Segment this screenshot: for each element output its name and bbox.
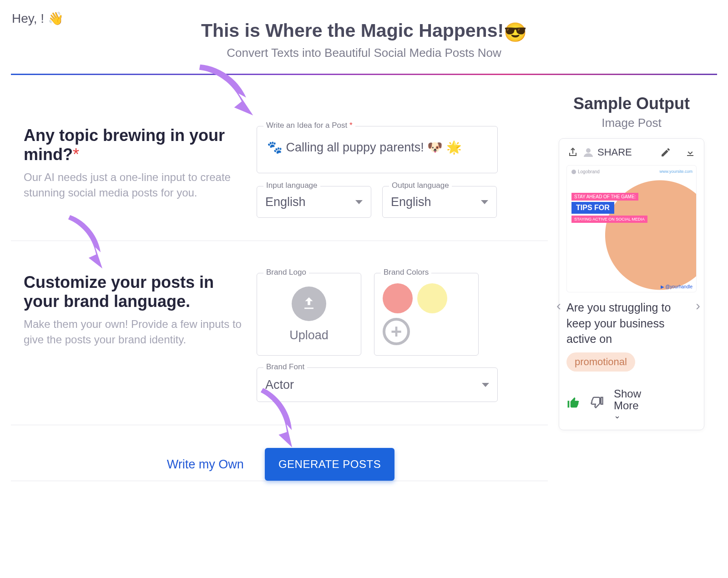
idea-input-value: 🐾 Calling all puppy parents! 🐶 🌟: [267, 141, 462, 154]
purple-arrow-icon: [189, 61, 265, 124]
upload-button-label: Upload: [289, 328, 329, 342]
thumbs-down-button[interactable]: [590, 396, 604, 412]
gradient-divider: [11, 74, 717, 75]
generate-posts-button[interactable]: GENERATE POSTS: [265, 448, 394, 481]
mock-tagline-2: TIPS FOR: [571, 202, 614, 214]
mock-logo: Logobrand: [571, 169, 600, 174]
show-more-button[interactable]: ShowMore ⌄: [614, 388, 641, 421]
sample-caption: Are you struggling to keep your business…: [566, 300, 697, 347]
edit-icon[interactable]: [659, 146, 672, 159]
upload-icon: [292, 286, 326, 321]
chevron-down-icon: [482, 383, 489, 387]
output-language-label: Output language: [389, 181, 452, 190]
brand-colors-box: Brand Colors +: [374, 273, 479, 356]
mock-url: www.yoursite.com: [659, 169, 693, 174]
add-color-button[interactable]: +: [383, 318, 410, 345]
svg-point-0: [586, 148, 591, 153]
mock-tagline-1: STAY AHEAD OF THE GAME:: [571, 193, 638, 201]
brand-colors-label: Brand Colors: [381, 268, 431, 277]
chevron-down-icon: [481, 200, 488, 204]
mock-tagline-3: STAYING ACTIVE ON SOCIAL MEDIA: [571, 216, 647, 223]
share-icon: [566, 146, 579, 159]
section2-heading: Customize your posts in your brand langu…: [24, 273, 243, 311]
input-language-label: Input language: [263, 181, 320, 190]
mock-handle: ▶ @yourhandle: [661, 284, 693, 289]
sample-post-image: Logobrand www.yoursite.com STAY AHEAD OF…: [566, 165, 697, 292]
greeting-text: Hey, ! 👋: [12, 11, 64, 26]
sample-output-subtitle: Image Post: [559, 116, 704, 130]
promotional-chip: promotional: [566, 352, 635, 372]
input-language-select[interactable]: Input language English: [257, 186, 371, 218]
sample-output-card: ‹ › SHARE: [559, 138, 704, 430]
color-swatch-1[interactable]: [383, 283, 413, 313]
download-icon[interactable]: [684, 146, 697, 159]
prev-sample-button[interactable]: ‹: [556, 298, 567, 309]
avatar-icon: [582, 146, 595, 159]
brand-font-label: Brand Font: [263, 362, 307, 372]
section1-desc: Our AI needs just a one-line input to cr…: [24, 170, 243, 201]
share-button[interactable]: SHARE: [566, 146, 632, 159]
input-language-value: English: [265, 195, 306, 209]
page-subtitle: Convert Texts into Beautiful Social Medi…: [0, 46, 728, 60]
next-sample-button[interactable]: ›: [696, 298, 707, 309]
brand-logo-label: Brand Logo: [263, 268, 309, 277]
brand-font-select[interactable]: Brand Font Actor: [257, 367, 498, 402]
sunglasses-emoji: 😎: [504, 22, 527, 43]
color-swatch-2[interactable]: [417, 283, 447, 313]
thumbs-up-button[interactable]: [566, 396, 580, 412]
sample-output-title: Sample Output: [559, 94, 704, 113]
output-language-select[interactable]: Output language English: [382, 186, 497, 218]
idea-input[interactable]: Write an Idea for a Post * 🐾 Calling all…: [257, 126, 498, 173]
page-title-text: This is Where the Magic Happens!: [201, 20, 504, 41]
brand-logo-upload[interactable]: Brand Logo Upload: [257, 273, 361, 356]
idea-input-label: Write an Idea for a Post *: [263, 121, 355, 130]
write-my-own-button[interactable]: Write my Own: [164, 457, 247, 472]
output-language-value: English: [391, 195, 431, 209]
chevron-down-icon: [355, 200, 363, 204]
section2-desc: Make them your own! Provide a few inputs…: [24, 317, 243, 348]
page-title: This is Where the Magic Happens!😎: [0, 20, 728, 43]
section1-heading: Any topic brewing in your mind?*: [24, 126, 243, 164]
share-label: SHARE: [597, 146, 632, 158]
